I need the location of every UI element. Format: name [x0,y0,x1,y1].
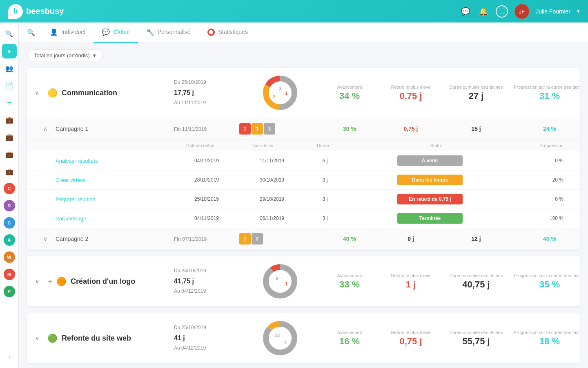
content-area: Total en jours (arrondis) ▾ ∧ 🟡 Communic… [19,43,588,368]
subproject-retard-campagne1: 0,75 j [378,126,443,132]
avancement-value-communication: 34 % [321,91,378,101]
avatar[interactable]: JF [514,4,529,19]
project-avancement-refonte: Avancement 16 % [321,330,378,346]
sidebar-item-bag-yellow[interactable]: 💼 [2,112,17,127]
subproject-fin-campagne1: Fin 11/11/2019 [174,126,239,132]
sidebar-item-bag-teal[interactable]: 💼 [2,130,17,144]
task-fin-creer: 30/10/2019 [239,177,305,183]
sidebar-item-people[interactable]: 👥 [2,61,17,76]
fin-date-campagne2: Fin 07/11/2019 [174,236,207,242]
svg-text:9: 9 [276,276,278,281]
status-pill-analyser: À venir [397,155,463,166]
tab-personnalise[interactable]: 🔧 Personnalisé [138,22,199,43]
main-content: 🔍 👤 Individuel 💬 Global 🔧 Personnalisé ⭕… [19,22,588,368]
task-name-preparer[interactable]: Préparer réunion [35,196,174,202]
project-header-refonte: ∨ 🟢 Refonte du site web Du 25/10/2019 41… [27,313,580,364]
task-progress-creer: 20 % [514,177,572,183]
sidebar-item-letter-w[interactable]: W [2,250,17,265]
sidebar-item-letter-p[interactable]: P [2,284,17,299]
filter-row: Total en jours (arrondis) ▾ [27,49,580,61]
task-col-statut-header: Statut [345,143,514,148]
sidebar-item-letter-r[interactable]: R [2,198,17,213]
sidebar-item-bag-orange[interactable]: 💼 [2,147,17,162]
svg-text:13: 13 [275,333,280,338]
task-debut-analyser: 04/11/2019 [174,158,239,164]
project-title-communication: ∧ 🟡 Communication [35,88,174,98]
logo-icon: b [8,4,23,19]
badge-red-campagne1: 1 [239,123,251,135]
retard-label-creation-logo: Retard le plus élevé [378,273,443,279]
sidebar-item-add[interactable]: + [2,95,17,110]
project-avancement-creation-logo: Avancement 33 % [321,273,378,289]
duree-label-refonte: Durée cumulée des tâches [443,330,509,336]
sidebar-item-letter-m[interactable]: M [2,267,17,282]
task-progress-preparer: 0 % [514,196,572,202]
sidebar-item-letter-c1[interactable]: C [2,181,17,196]
subproject-toggle-campagne2[interactable]: ∨ [43,236,51,242]
project-icon-refonte: 🟢 [47,333,58,343]
tab-global[interactable]: 💬 Global [94,22,138,43]
tab-search-icon[interactable]: 🔍 [27,29,35,36]
project-donut-refonte: 13 2 [239,320,321,357]
badge-gray-campagne2: 2 [252,233,263,245]
fullscreen-button[interactable]: ⛶ [496,5,508,18]
tab-statistiques[interactable]: ⭕ Statistiques [199,22,256,43]
project-card-creation-logo: ∨ ➜ 🟠 Création d'un logo Du 24/10/2019 4… [27,256,580,307]
chat-icon[interactable]: 💬 [460,6,471,17]
sidebar-expand-button[interactable]: › [8,353,10,364]
task-statut-analyser: À venir [345,155,514,166]
task-debut-parametrage: 04/11/2019 [174,215,239,221]
user-name[interactable]: Julie Fournier [536,8,570,15]
project-duree-communication: Durée cumulée des tâches 27 j [443,84,509,101]
filter-dropdown[interactable]: Total en jours (arrondis) ▾ [27,49,103,61]
tab-individuel-label: Individuel [61,29,85,35]
project-name-refonte: Refonte du site web [62,334,131,343]
project-header-creation-logo: ∨ ➜ 🟠 Création d'un logo Du 24/10/2019 4… [27,256,580,307]
task-row-analyser: Analyser résultats 04/11/2019 11/11/2019… [27,151,580,171]
project-toggle-refonte[interactable]: ∨ [35,335,43,341]
tab-global-label: Global [113,29,129,35]
project-days-refonte: 41 j [174,332,239,344]
task-header-row: Date de début Date de fin Durée Statut P… [27,140,580,151]
header-right: 💬 🔔 ⛶ JF Julie Fournier ▾ [460,4,580,19]
sidebar-item-doc[interactable]: 📄 [2,78,17,93]
project-dates-creation-logo: Du 24/10/2019 41,75 j Au 04/12/2019 [174,267,239,296]
task-name-parametrage[interactable]: Paramétrage [35,215,174,222]
svg-text:1: 1 [285,91,287,96]
project-duree-refonte: Durée cumulée des tâches 55,75 j [443,330,509,346]
project-toggle-creation-logo[interactable]: ∨ [35,278,43,285]
task-name-creer[interactable]: Créer vidéos [35,177,174,183]
subproject-toggle-campagne1[interactable]: ∧ [43,126,51,132]
sidebar-item-letter-a[interactable]: A [2,233,17,247]
subproject-progression-campagne2: 40 % [509,236,580,242]
project-donut-creation-logo: 9 1 [239,263,321,300]
project-dates-communication: Du 25/10/2019 17,75 j Au 11/11/2019 [174,78,239,108]
duree-label-creation-logo: Durée cumulée des tâches [443,273,509,279]
retard-value-communication: 0,75 j [378,91,443,101]
user-dropdown-arrow[interactable]: ▾ [577,8,580,14]
progression-value-refonte: 18 % [509,336,580,347]
tab-individuel[interactable]: 👤 Individuel [42,22,94,43]
sidebar-item-dashboard[interactable]: ● [2,44,17,58]
logo: b beesbusy [8,4,64,19]
task-name-analyser[interactable]: Analyser résultats [35,158,174,164]
avancement-label-creation-logo: Avancement [321,273,378,279]
project-name-communication: Communication [62,89,117,97]
fin-date-campagne1: Fin 11/11/2019 [174,126,207,132]
subproject-retard-campagne2: 0 j [378,236,443,242]
task-duree-preparer: 3 j [305,196,345,202]
project-date-from-communication: Du 25/10/2019 [174,78,239,87]
avancement-value-refonte: 16 % [321,336,378,347]
status-pill-preparer: En retard de 0,75 j [397,194,463,204]
project-toggle-communication[interactable]: ∧ [35,90,43,96]
notification-icon[interactable]: 🔔 [478,6,489,17]
sidebar-item-bag-pink[interactable]: 💼 [2,164,17,179]
status-pill-creer: Dans les temps [397,175,463,185]
sidebar-item-letter-c2[interactable]: C [2,215,17,230]
subproject-row-campagne2: ∨ Campagne 2 Fin 07/11/2019 1 2 40 % 0 j… [27,228,580,250]
svg-text:JF: JF [519,9,525,15]
sidebar-item-search[interactable]: 🔍 [2,27,17,41]
avancement-label-refonte: Avancement [321,330,378,336]
subproject-duree-campagne2: 12 j [443,236,509,242]
duree-value-communication: 27 j [443,91,509,101]
